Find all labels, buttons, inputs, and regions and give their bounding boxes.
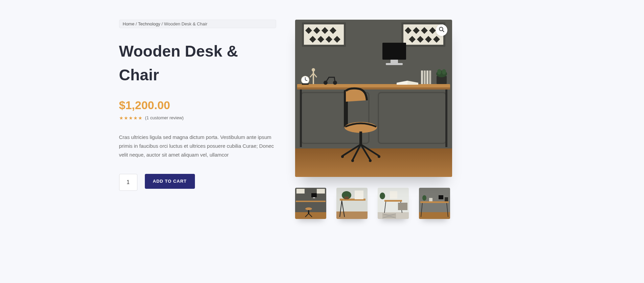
add-to-cart-button[interactable]: ADD TO CART (145, 174, 195, 189)
svg-rect-74 (317, 189, 325, 194)
star-icon: ★ (124, 115, 128, 121)
svg-point-38 (312, 68, 315, 72)
svg-point-49 (437, 69, 441, 75)
svg-rect-91 (398, 203, 407, 210)
rating-row: ★ ★ ★ ★ ★ (1 customer review) (119, 115, 276, 121)
svg-rect-102 (445, 197, 448, 201)
breadcrumb-home[interactable]: Home (123, 21, 135, 26)
svg-rect-25 (386, 63, 403, 65)
svg-point-58 (341, 155, 344, 158)
breadcrumb-sep: / (134, 21, 138, 26)
svg-point-50 (442, 69, 446, 75)
svg-rect-76 (336, 211, 368, 219)
breadcrumb-sep: / (160, 21, 164, 26)
price-amount: 1,200.00 (125, 99, 170, 112)
rating-stars: ★ ★ ★ ★ ★ (119, 115, 142, 121)
breadcrumb: Home / Technology / Wooden Desk & Chair (119, 20, 276, 28)
zoom-button[interactable] (436, 24, 447, 36)
svg-rect-95 (419, 212, 450, 219)
svg-rect-67 (311, 193, 317, 197)
svg-rect-46 (429, 70, 431, 84)
product-title: Wooden Desk & Chair (119, 40, 276, 87)
svg-rect-23 (382, 43, 406, 60)
svg-rect-43 (421, 70, 423, 84)
star-icon: ★ (119, 115, 124, 121)
customer-review-link[interactable]: (1 customer review) (145, 115, 184, 120)
product-main-image[interactable] (295, 20, 452, 177)
main-image-illustration (295, 20, 452, 177)
svg-rect-100 (429, 198, 432, 201)
svg-rect-44 (424, 70, 426, 84)
thumbnail-3[interactable] (378, 188, 409, 219)
svg-rect-82 (355, 190, 363, 199)
thumbnail-2[interactable] (336, 188, 368, 219)
price-currency: $ (119, 99, 126, 112)
svg-rect-29 (297, 87, 450, 89)
svg-rect-81 (345, 197, 349, 199)
svg-rect-70 (308, 210, 309, 214)
svg-point-60 (351, 159, 354, 162)
breadcrumb-category[interactable]: Technology (138, 21, 160, 26)
thumbnail-row (295, 188, 525, 219)
svg-rect-30 (300, 89, 302, 147)
svg-rect-37 (313, 70, 314, 84)
svg-rect-73 (296, 189, 305, 194)
thumbnail-1[interactable] (295, 188, 326, 219)
star-icon: ★ (129, 115, 133, 121)
svg-rect-53 (359, 132, 362, 144)
search-icon (439, 26, 445, 34)
add-to-cart-row: ADD TO CART (119, 174, 276, 191)
thumbnail-4[interactable] (419, 188, 450, 219)
svg-point-93 (380, 193, 385, 199)
svg-rect-88 (384, 200, 402, 202)
svg-rect-96 (420, 201, 449, 203)
svg-point-59 (378, 155, 380, 158)
svg-rect-31 (445, 89, 447, 147)
svg-point-101 (422, 195, 426, 201)
svg-rect-45 (426, 70, 428, 84)
svg-rect-99 (439, 195, 443, 199)
product-description: Cras ultricies ligula sed magna dictum p… (119, 133, 276, 160)
quantity-input[interactable] (119, 174, 137, 191)
star-icon: ★ (133, 115, 138, 121)
star-icon: ★ (138, 115, 142, 121)
svg-point-69 (305, 207, 312, 210)
product-price: $1,200.00 (119, 99, 276, 112)
svg-point-61 (369, 159, 372, 162)
svg-rect-68 (313, 197, 315, 198)
svg-rect-36 (302, 83, 309, 85)
svg-rect-66 (296, 201, 326, 202)
svg-line-63 (442, 30, 444, 32)
svg-rect-92 (390, 191, 397, 199)
breadcrumb-current: Wooden Desk & Chair (164, 21, 207, 26)
svg-rect-24 (391, 60, 398, 63)
